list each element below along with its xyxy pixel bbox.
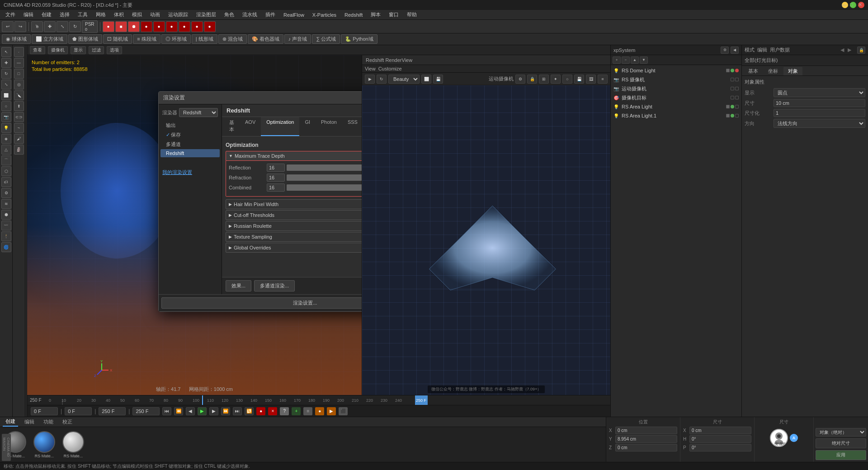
sm-add-btn[interactable]: + [613, 56, 621, 64]
close-button[interactable]: ✕ [858, 2, 864, 8]
refraction-slider[interactable] [287, 174, 362, 181]
tab-aov[interactable]: AOV [240, 117, 261, 136]
cutoff-header[interactable]: ▶ Cut-off Thresholds [226, 210, 362, 220]
prev-key-btn[interactable]: ⏪ [174, 407, 183, 415]
area-light-dot3[interactable] [735, 105, 739, 108]
rs-save-btn[interactable]: 💾 [433, 75, 443, 84]
camera-btn[interactable]: 摄像机 [48, 46, 68, 54]
target-vis[interactable] [731, 96, 734, 99]
reflection-input[interactable] [267, 164, 285, 172]
sm-item-camera-target[interactable]: 🎯 摄像机目标 [612, 93, 741, 102]
icon-mograph[interactable]: ⬢ [1, 210, 11, 220]
menu-realflow[interactable]: RealFlow [280, 11, 308, 19]
add-key-btn[interactable]: + [292, 407, 301, 415]
prev-frame-btn[interactable]: ◀ [186, 407, 195, 415]
icon-spline[interactable]: ⌒ [1, 155, 11, 165]
menu-select[interactable]: 选择 [56, 10, 73, 19]
icon-material[interactable]: ◈ [1, 134, 11, 144]
dome-light-green[interactable] [731, 69, 734, 72]
play-btn[interactable]: ▶ [198, 407, 207, 415]
orange-btn2[interactable]: ▶ [327, 407, 336, 415]
camera-vis[interactable] [731, 78, 734, 81]
display-dropdown[interactable]: 圆点 [774, 88, 865, 97]
tab-gi[interactable]: GI [299, 117, 316, 136]
menu-xparticles[interactable]: X-Particles [309, 11, 340, 19]
rs-color-btn[interactable]: ⬜ [421, 75, 431, 84]
menu-create[interactable]: 创建 [38, 10, 55, 19]
icon-sphere[interactable]: ○ [1, 101, 11, 111]
sm-settings-btn[interactable]: ⚙ [721, 47, 729, 54]
icon-bridge[interactable]: ⊂⊃ [14, 112, 24, 122]
motion-cam-dot2[interactable] [735, 87, 739, 90]
torus-domain[interactable]: ◎ 环形域 [161, 34, 191, 44]
frp-tab-basic[interactable]: 基本 [744, 67, 763, 75]
linear-domain[interactable]: | 线形域 [192, 34, 217, 44]
menu-simulate[interactable]: 模拟 [128, 10, 146, 19]
cube-domain[interactable]: ⬜ 立方体域 [32, 34, 67, 44]
menu-window[interactable]: 窗口 [385, 10, 402, 19]
go-end-btn[interactable]: ⏭ [233, 407, 242, 415]
red-button-3[interactable]: ● [166, 21, 178, 32]
icon-sculpt[interactable]: 🗿 [14, 145, 24, 155]
bottom-tab-function[interactable]: 功能 [41, 418, 56, 426]
icon-edge-mode[interactable]: — [14, 58, 24, 68]
combined-input[interactable] [267, 183, 285, 192]
menu-mesh[interactable]: 网格 [92, 10, 109, 19]
redo-button[interactable]: ↪ [14, 21, 26, 32]
material-2[interactable]: RS Mate... [31, 431, 58, 458]
icon-tag[interactable]: 🏷 [1, 177, 11, 187]
tab-photon[interactable]: Photon [316, 117, 342, 136]
size-h-input[interactable] [689, 435, 751, 443]
rs-refresh-btn[interactable]: ↻ [377, 75, 387, 84]
sm-delete-btn[interactable]: − [622, 56, 630, 64]
dome-light-red[interactable] [735, 69, 739, 72]
icon-extrude[interactable]: ⬆ [14, 101, 24, 111]
rs-grid-btn[interactable]: ⊞ [539, 75, 549, 84]
area-light-vis[interactable] [726, 105, 730, 108]
bottom-tab-edit[interactable]: 编辑 [22, 418, 37, 426]
icon-dynamics[interactable]: 🌀 [1, 242, 11, 252]
shape-domain[interactable]: ⬟ 图形体域 [68, 34, 102, 44]
icon-light[interactable]: 💡 [1, 123, 11, 133]
timeline-btn[interactable]: ≡ [303, 407, 312, 415]
absolute-size-btn[interactable]: 绝对尺寸 [816, 438, 866, 448]
red-button-6[interactable]: ● [204, 21, 216, 32]
next-key-btn[interactable]: ⏩ [221, 407, 230, 415]
hair-pixel-header[interactable]: ▶ Hair Min Pixel Width [226, 199, 362, 209]
rs-img-btn[interactable]: 🖼 [586, 75, 596, 84]
stop-button[interactable]: ■ [115, 21, 127, 32]
red-button-5[interactable]: ● [191, 21, 203, 32]
sm-collapse-btn[interactable]: ◀ [731, 47, 739, 54]
rs-more-btn[interactable]: ≡ [598, 75, 608, 84]
motion-cam-vis[interactable] [731, 87, 734, 90]
icon-cube[interactable]: ⬜ [1, 90, 11, 100]
go-start-btn[interactable]: ⏮ [162, 407, 171, 415]
pos-x-input[interactable] [615, 427, 677, 434]
icon-select[interactable]: ↖ [1, 47, 11, 57]
menu-pipeline[interactable]: 流水线 [239, 10, 261, 19]
reflection-slider[interactable] [287, 164, 362, 171]
frp-tab-object[interactable]: 对象 [783, 67, 802, 75]
scale-input[interactable] [774, 109, 865, 117]
icon-camera[interactable]: 📷 [1, 112, 11, 122]
rs-play-btn[interactable]: ▶ [365, 75, 375, 84]
frp-tab-coords[interactable]: 坐标 [764, 67, 783, 75]
sm-item-dome-light[interactable]: 💡 RS Dome Light [612, 66, 741, 75]
sidebar-item-output[interactable]: 输出 [160, 121, 220, 130]
icon-field[interactable]: ≋ [1, 199, 11, 209]
menu-volume[interactable]: 体积 [110, 10, 127, 19]
end-frame-input[interactable] [99, 407, 126, 415]
delete-key-btn[interactable]: × [268, 407, 277, 415]
icon-object-mode[interactable]: ◎ [14, 80, 24, 89]
record-key-btn[interactable]: ● [256, 407, 265, 415]
global-overrides-header[interactable]: ▶ Global Overrides [226, 243, 362, 253]
start-frame-input[interactable] [31, 407, 58, 415]
red-button-1[interactable]: ● [141, 21, 152, 32]
rs-star-btn[interactable]: ✦ [551, 75, 561, 84]
help-key-btn[interactable]: ? [280, 407, 289, 415]
pos-y-input[interactable] [615, 435, 677, 443]
icon-smooth[interactable]: ~ [14, 123, 24, 133]
frp-mode-btn[interactable]: 模式 [745, 47, 755, 53]
icon-knife[interactable]: 🔪 [14, 90, 24, 100]
combined-slider[interactable] [287, 184, 362, 191]
